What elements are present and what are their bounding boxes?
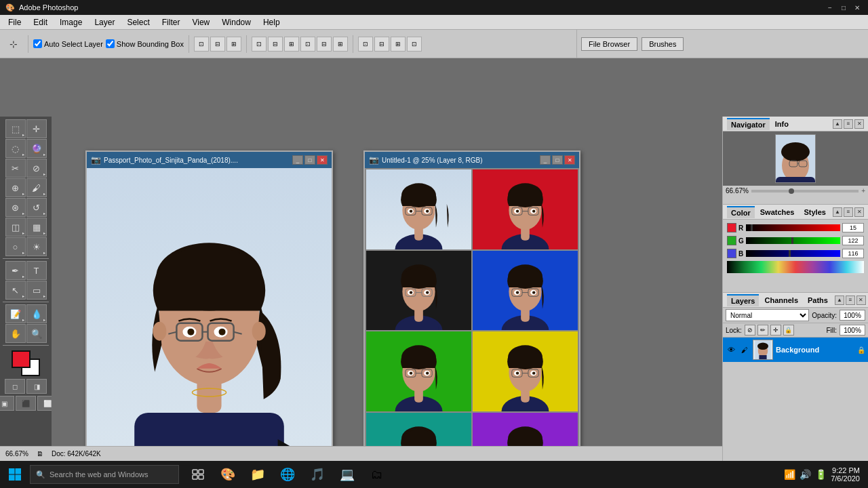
tb-align2[interactable]: ⊟ [210,37,225,52]
auto-select-checkbox[interactable] [33,39,42,48]
lock-all[interactable]: 🔒 [783,325,794,336]
menu-window[interactable]: Window [216,16,256,28]
clone-tool[interactable]: ⊛▸ [5,198,26,217]
color-panel-collapse[interactable]: ▲ [833,207,842,217]
info-tab[interactable]: Info [771,119,793,129]
menu-view[interactable]: View [186,16,215,28]
slice-tool[interactable]: ⊘▸ [26,159,47,178]
tb-align1[interactable]: ⊡ [194,37,209,52]
start-button[interactable] [3,464,27,485]
swatches-tab[interactable]: Swatches [756,207,799,218]
r-channel-bar[interactable] [746,224,840,231]
tb-opt4[interactable]: ⊡ [407,37,422,52]
pen-tool[interactable]: ✒▸ [5,261,26,280]
heal-tool[interactable]: ⊕▸ [5,178,26,197]
normal-mode-btn[interactable]: ◻ [5,379,25,394]
layer-eye-icon[interactable]: 👁 [726,344,736,355]
tb-align3[interactable]: ⊞ [226,37,241,52]
crop-tool[interactable]: ✂ [5,159,26,178]
menu-filter[interactable]: Filter [157,16,186,28]
full-screen-btn[interactable]: ⬛ [16,396,36,411]
maximize-button[interactable]: □ [838,3,849,12]
layers-close[interactable]: ✕ [856,296,866,305]
menu-image[interactable]: Image [54,16,87,28]
navigator-collapse[interactable]: ▲ [833,119,842,129]
show-bounding-box-label[interactable]: Show Bounding Box [106,39,184,48]
shape-tool[interactable]: ▭▸ [26,281,47,300]
eraser-tool[interactable]: ◫▸ [5,218,26,237]
brushes-button[interactable]: Brushes [642,37,684,51]
show-bounding-box-checkbox[interactable] [106,39,115,48]
layers-menu[interactable]: ≡ [846,296,855,305]
lock-position[interactable]: ✛ [770,325,781,336]
photo-doc-maximize[interactable]: □ [304,155,315,165]
color-panel-menu[interactable]: ≡ [844,207,853,217]
navigator-tab[interactable]: Navigator [727,118,770,130]
tb-opt2[interactable]: ⊟ [374,37,389,52]
tb-dist2[interactable]: ⊟ [268,37,283,52]
g-value[interactable]: 122 [842,236,864,245]
color-gradient-bar[interactable] [727,261,864,273]
move-tool-btn[interactable]: ⊹ [4,35,23,54]
styles-tab[interactable]: Styles [800,207,829,218]
r-value[interactable]: 15 [842,223,864,232]
opacity-value[interactable]: 100% [840,310,865,321]
menu-edit[interactable]: Edit [28,16,53,28]
b-channel-bar[interactable] [746,250,840,257]
brush-tool[interactable]: 🖌▸ [26,178,47,197]
layers-tab[interactable]: Layers [727,294,759,306]
wand-tool[interactable]: 🔮▸ [26,139,47,158]
file-manager-btn[interactable]: 📁 [244,462,271,487]
code-btn[interactable]: 💻 [334,462,361,487]
minimize-button[interactable]: − [825,3,835,12]
channels-tab[interactable]: Channels [760,295,802,306]
paths-tab[interactable]: Paths [804,295,832,306]
menu-layer[interactable]: Layer [89,16,120,28]
tb-dist5[interactable]: ⊟ [317,37,332,52]
b-value[interactable]: 116 [842,249,864,258]
tb-dist4[interactable]: ⊡ [300,37,315,52]
gradient-tool[interactable]: ▦▸ [26,218,47,237]
layer-mode-select[interactable]: Normal Multiply Screen [726,309,809,321]
photo-doc-minimize[interactable]: _ [292,155,303,165]
b-slider-thumb[interactable] [789,250,791,257]
network-icon[interactable]: 📶 [784,469,795,480]
zoom-slider-thumb[interactable] [789,188,794,194]
hand-tool[interactable]: ✋ [5,324,26,343]
fill-value[interactable]: 100% [840,325,865,336]
photo-doc-buttons[interactable]: _ □ ✕ [292,155,328,165]
annotations-tool[interactable]: 📝▸ [5,304,26,323]
menu-file[interactable]: File [3,16,26,28]
text-tool[interactable]: T [26,261,47,280]
eyedropper-tool[interactable]: 💧▸ [26,304,47,323]
standard-screen-btn[interactable]: ▣ [0,396,14,411]
color-tab[interactable]: Color [727,206,755,218]
grid-doc-maximize[interactable]: □ [552,155,563,165]
lasso-tool[interactable]: ◌▸ [5,139,26,158]
grid-doc-close[interactable]: ✕ [564,155,575,165]
battery-icon[interactable]: 🔋 [815,469,827,480]
grid-doc-buttons[interactable]: _ □ ✕ [540,155,575,165]
tb-opt3[interactable]: ⊞ [391,37,406,52]
dodge-tool[interactable]: ☀▸ [26,237,47,256]
menu-help[interactable]: Help [258,16,285,28]
marquee-tool[interactable]: ⬚▸ [5,119,26,138]
tb-dist1[interactable]: ⊡ [252,37,267,52]
color-panel-close[interactable]: ✕ [854,207,864,217]
folder-btn[interactable]: 🗂 [363,462,391,487]
layer-brush-icon[interactable]: 🖌 [739,344,750,355]
auto-select-label[interactable]: Auto Select Layer [33,39,103,48]
spotify-btn[interactable]: 🎵 [304,462,331,487]
grid-doc-minimize[interactable]: _ [540,155,551,165]
blur-tool[interactable]: ○▸ [5,237,26,256]
lock-transparency[interactable]: ⊘ [745,325,755,336]
navigator-menu[interactable]: ≡ [844,119,853,129]
foreground-color-box[interactable] [12,350,31,368]
tb-opt1[interactable]: ⊡ [358,37,373,52]
menu-select[interactable]: Select [121,16,155,28]
chrome-btn[interactable]: 🌐 [274,462,301,487]
photo-doc-close[interactable]: ✕ [317,155,328,165]
tb-dist3[interactable]: ⊞ [284,37,299,52]
select-tool[interactable]: ↖▸ [5,281,26,300]
background-layer-item[interactable]: 👁 🖌 Background 🔒 [723,338,868,362]
